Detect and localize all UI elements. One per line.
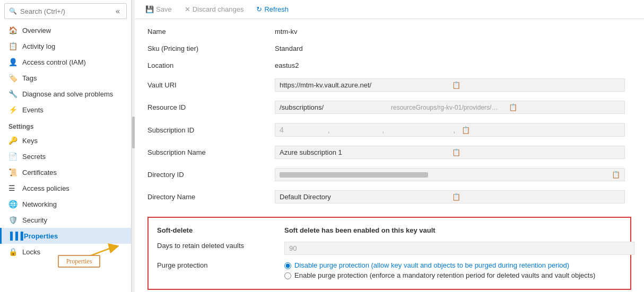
search-bar[interactable]: 🔍 « (4, 3, 127, 19)
resource-id-suffix: resourceGroups/rg-kv-01/providers/Micros… (391, 104, 504, 111)
overview-icon: 🏠 (8, 26, 18, 34)
discard-changes-button[interactable]: ✕ Discard changes (182, 4, 246, 14)
toolbar: 💾 Save ✕ Discard changes ↻ Refresh (135, 0, 644, 19)
sidebar-item-label: Secrets (22, 153, 46, 161)
subscription-id-value: 4 , , , 📋 (275, 119, 631, 141)
purge-option-2-label: Enable purge protection (enforce a manda… (294, 271, 595, 279)
days-input-field[interactable]: 90 (284, 242, 634, 255)
sidebar-item-tags[interactable]: 🏷️ Tags (0, 70, 131, 86)
vault-uri-label: Vault URI (147, 74, 275, 96)
networking-icon: 🌐 (8, 200, 18, 208)
purge-options: Disable purge protection (allow key vaul… (280, 258, 639, 285)
directory-id-label: Directory ID (147, 164, 275, 186)
events-icon: ⚡ (8, 105, 18, 114)
sidebar-item-label: Properties (24, 232, 58, 240)
sidebar-item-properties[interactable]: ▌▌▌ Properties (0, 228, 131, 244)
sidebar-item-label: Keys (22, 137, 38, 145)
locks-icon: 🔒 (8, 247, 18, 256)
refresh-icon: ↻ (256, 5, 262, 13)
softdelete-grid: Soft-delete Soft delete has been enabled… (149, 218, 630, 289)
content-area: Name mtm-kv Sku (Pricing tier) Standard … (135, 19, 644, 292)
purge-option-1-row: Disable purge protection (allow key vaul… (284, 261, 634, 269)
sidebar-item-overview[interactable]: 🏠 Overview (0, 22, 131, 38)
search-icon: 🔍 (9, 7, 17, 15)
directory-id-bar (280, 172, 428, 178)
directory-id-value: 📋 (275, 164, 631, 186)
purge-protection-label: Purge protection (153, 258, 280, 285)
save-button[interactable]: 💾 Save (143, 4, 174, 14)
softdelete-title: Soft delete has been enabled on this key… (280, 222, 639, 238)
sidebar-item-label: Access policies (22, 184, 69, 192)
directory-name-label: Directory Name (147, 186, 275, 208)
sidebar-item-label: Security (22, 216, 47, 224)
activity-log-icon: 📋 (8, 42, 18, 50)
directory-id-copy-icon[interactable]: 📋 (612, 171, 620, 179)
sidebar-item-label: Activity log (22, 42, 55, 50)
sidebar-item-keys[interactable]: 🔑 Keys (0, 132, 131, 148)
save-icon: 💾 (145, 5, 154, 13)
properties-icon: ▌▌▌ (10, 232, 20, 240)
access-policies-icon: ☰ (8, 184, 18, 192)
subscription-id-label: Subscription ID (147, 119, 275, 141)
location-value: eastus2 (275, 57, 631, 74)
secrets-icon: 📄 (8, 152, 18, 161)
sidebar-item-label: Diagnose and solve problems (22, 90, 113, 98)
vault-uri-value: https://mtm-kv.vault.azure.net/ 📋 (275, 74, 631, 96)
sidebar-item-label: Events (22, 106, 43, 114)
certificates-icon: 📜 (8, 168, 18, 176)
main-content: 💾 Save ✕ Discard changes ↻ Refresh Name … (135, 0, 644, 292)
directory-name-copy-icon[interactable]: 📋 (452, 193, 620, 201)
softdelete-label: Soft-delete (153, 222, 280, 238)
subscription-id-field: 4 , , , 📋 (275, 123, 625, 137)
directory-name-value: Default Directory 📋 (275, 186, 631, 208)
days-retain-label: Days to retain deleted vaults (153, 238, 280, 258)
subscription-id-dots: 4 , , , (280, 126, 457, 134)
access-control-icon: 👤 (8, 58, 18, 66)
sidebar-item-activity-log[interactable]: 📋 Activity log (0, 38, 131, 54)
purge-option-1-label: Disable purge protection (allow key vaul… (294, 261, 569, 269)
search-input[interactable] (20, 7, 114, 15)
sidebar-item-label: Tags (22, 74, 37, 82)
name-label: Name (147, 23, 275, 40)
directory-name-field: Default Directory 📋 (275, 190, 625, 203)
sidebar-item-access-policies[interactable]: ☰ Access policies (0, 180, 131, 196)
sidebar-item-label: Networking (22, 200, 57, 208)
subscription-name-field: Azure subscription 1 📋 (275, 146, 625, 159)
vault-uri-field: https://mtm-kv.vault.azure.net/ 📋 (275, 78, 625, 92)
resource-id-label: Resource ID (147, 96, 275, 119)
sidebar: 🔍 « 🏠 Overview 📋 Activity log 👤 Access c… (0, 0, 132, 292)
diagnose-icon: 🔧 (8, 90, 18, 98)
directory-id-field: 📋 (275, 168, 625, 181)
sidebar-item-locks[interactable]: 🔒 Locks (0, 244, 131, 260)
subscription-id-copy-icon[interactable]: 📋 (462, 126, 470, 134)
sidebar-item-security[interactable]: 🛡️ Security (0, 212, 131, 228)
resource-id-value: /subscriptions/ resourceGroups/rg-kv-01/… (275, 96, 631, 119)
sidebar-item-label: Locks (22, 248, 40, 256)
purge-option-2-radio[interactable] (284, 272, 291, 279)
sku-value: Standard (275, 40, 631, 57)
vault-uri-copy-icon[interactable]: 📋 (452, 81, 620, 89)
sidebar-item-certificates[interactable]: 📜 Certificates (0, 164, 131, 180)
sidebar-item-diagnose[interactable]: 🔧 Diagnose and solve problems (0, 86, 131, 102)
properties-grid: Name mtm-kv Sku (Pricing tier) Standard … (135, 19, 644, 213)
purge-option-2-row: Enable purge protection (enforce a manda… (284, 271, 634, 279)
security-icon: 🛡️ (8, 216, 18, 224)
sku-label: Sku (Pricing tier) (147, 40, 275, 57)
subscription-name-value: Azure subscription 1 📋 (275, 141, 631, 164)
tags-icon: 🏷️ (8, 74, 18, 82)
refresh-button[interactable]: ↻ Refresh (254, 4, 291, 14)
sidebar-item-secrets[interactable]: 📄 Secrets (0, 148, 131, 164)
purge-option-1-radio[interactable] (284, 262, 291, 269)
sidebar-item-label: Overview (22, 26, 51, 34)
name-value: mtm-kv (275, 23, 631, 40)
softdelete-section: Soft-delete Soft delete has been enabled… (147, 217, 631, 290)
subscription-name-copy-icon[interactable]: 📋 (452, 148, 620, 156)
location-label: Location (147, 57, 275, 74)
subscription-name-label: Subscription Name (147, 141, 275, 164)
days-retain-value: 90 (280, 238, 639, 258)
collapse-sidebar-button[interactable]: « (114, 6, 122, 16)
sidebar-item-access-control[interactable]: 👤 Access control (IAM) (0, 54, 131, 70)
sidebar-item-networking[interactable]: 🌐 Networking (0, 196, 131, 212)
resource-id-copy-icon[interactable]: 📋 (509, 103, 620, 111)
sidebar-item-events[interactable]: ⚡ Events (0, 102, 131, 118)
